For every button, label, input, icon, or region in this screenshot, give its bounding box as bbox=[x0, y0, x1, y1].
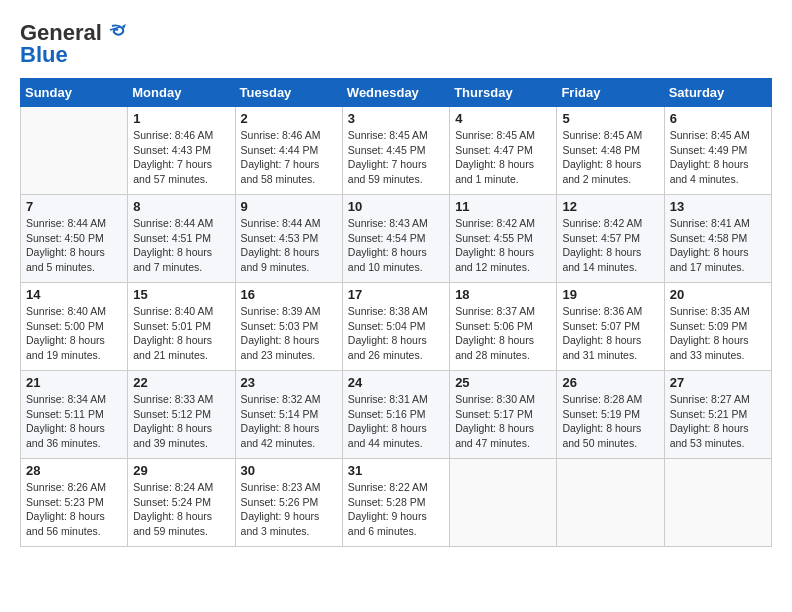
calendar-table: SundayMondayTuesdayWednesdayThursdayFrid… bbox=[20, 78, 772, 547]
day-number: 6 bbox=[670, 111, 766, 126]
calendar-cell bbox=[21, 107, 128, 195]
calendar-cell: 5Sunrise: 8:45 AM Sunset: 4:48 PM Daylig… bbox=[557, 107, 664, 195]
calendar-cell: 6Sunrise: 8:45 AM Sunset: 4:49 PM Daylig… bbox=[664, 107, 771, 195]
day-number: 8 bbox=[133, 199, 229, 214]
day-number: 26 bbox=[562, 375, 658, 390]
calendar-cell: 29Sunrise: 8:24 AM Sunset: 5:24 PM Dayli… bbox=[128, 459, 235, 547]
day-number: 20 bbox=[670, 287, 766, 302]
column-header-tuesday: Tuesday bbox=[235, 79, 342, 107]
week-row-4: 21Sunrise: 8:34 AM Sunset: 5:11 PM Dayli… bbox=[21, 371, 772, 459]
day-number: 1 bbox=[133, 111, 229, 126]
day-number: 7 bbox=[26, 199, 122, 214]
day-info: Sunrise: 8:37 AM Sunset: 5:06 PM Dayligh… bbox=[455, 304, 551, 363]
calendar-cell: 22Sunrise: 8:33 AM Sunset: 5:12 PM Dayli… bbox=[128, 371, 235, 459]
day-number: 2 bbox=[241, 111, 337, 126]
day-number: 21 bbox=[26, 375, 122, 390]
day-number: 13 bbox=[670, 199, 766, 214]
calendar-cell: 2Sunrise: 8:46 AM Sunset: 4:44 PM Daylig… bbox=[235, 107, 342, 195]
day-info: Sunrise: 8:42 AM Sunset: 4:57 PM Dayligh… bbox=[562, 216, 658, 275]
calendar-cell: 30Sunrise: 8:23 AM Sunset: 5:26 PM Dayli… bbox=[235, 459, 342, 547]
calendar-cell: 13Sunrise: 8:41 AM Sunset: 4:58 PM Dayli… bbox=[664, 195, 771, 283]
day-info: Sunrise: 8:34 AM Sunset: 5:11 PM Dayligh… bbox=[26, 392, 122, 451]
day-info: Sunrise: 8:28 AM Sunset: 5:19 PM Dayligh… bbox=[562, 392, 658, 451]
logo-blue-text: Blue bbox=[20, 42, 68, 68]
day-info: Sunrise: 8:36 AM Sunset: 5:07 PM Dayligh… bbox=[562, 304, 658, 363]
day-info: Sunrise: 8:33 AM Sunset: 5:12 PM Dayligh… bbox=[133, 392, 229, 451]
column-header-saturday: Saturday bbox=[664, 79, 771, 107]
day-info: Sunrise: 8:22 AM Sunset: 5:28 PM Dayligh… bbox=[348, 480, 444, 539]
calendar-header-row: SundayMondayTuesdayWednesdayThursdayFrid… bbox=[21, 79, 772, 107]
day-info: Sunrise: 8:39 AM Sunset: 5:03 PM Dayligh… bbox=[241, 304, 337, 363]
calendar-cell: 4Sunrise: 8:45 AM Sunset: 4:47 PM Daylig… bbox=[450, 107, 557, 195]
calendar-cell: 28Sunrise: 8:26 AM Sunset: 5:23 PM Dayli… bbox=[21, 459, 128, 547]
week-row-1: 1Sunrise: 8:46 AM Sunset: 4:43 PM Daylig… bbox=[21, 107, 772, 195]
day-number: 30 bbox=[241, 463, 337, 478]
day-number: 16 bbox=[241, 287, 337, 302]
day-info: Sunrise: 8:35 AM Sunset: 5:09 PM Dayligh… bbox=[670, 304, 766, 363]
day-info: Sunrise: 8:32 AM Sunset: 5:14 PM Dayligh… bbox=[241, 392, 337, 451]
calendar-cell bbox=[664, 459, 771, 547]
day-info: Sunrise: 8:42 AM Sunset: 4:55 PM Dayligh… bbox=[455, 216, 551, 275]
column-header-wednesday: Wednesday bbox=[342, 79, 449, 107]
calendar-cell: 16Sunrise: 8:39 AM Sunset: 5:03 PM Dayli… bbox=[235, 283, 342, 371]
calendar-cell: 24Sunrise: 8:31 AM Sunset: 5:16 PM Dayli… bbox=[342, 371, 449, 459]
logo: General Blue bbox=[20, 20, 126, 68]
day-info: Sunrise: 8:38 AM Sunset: 5:04 PM Dayligh… bbox=[348, 304, 444, 363]
calendar-cell: 7Sunrise: 8:44 AM Sunset: 4:50 PM Daylig… bbox=[21, 195, 128, 283]
day-number: 31 bbox=[348, 463, 444, 478]
day-number: 23 bbox=[241, 375, 337, 390]
calendar-cell: 9Sunrise: 8:44 AM Sunset: 4:53 PM Daylig… bbox=[235, 195, 342, 283]
day-number: 29 bbox=[133, 463, 229, 478]
column-header-monday: Monday bbox=[128, 79, 235, 107]
day-number: 12 bbox=[562, 199, 658, 214]
day-number: 9 bbox=[241, 199, 337, 214]
day-info: Sunrise: 8:44 AM Sunset: 4:50 PM Dayligh… bbox=[26, 216, 122, 275]
calendar-cell: 15Sunrise: 8:40 AM Sunset: 5:01 PM Dayli… bbox=[128, 283, 235, 371]
calendar-cell: 26Sunrise: 8:28 AM Sunset: 5:19 PM Dayli… bbox=[557, 371, 664, 459]
column-header-thursday: Thursday bbox=[450, 79, 557, 107]
day-info: Sunrise: 8:40 AM Sunset: 5:00 PM Dayligh… bbox=[26, 304, 122, 363]
day-info: Sunrise: 8:45 AM Sunset: 4:48 PM Dayligh… bbox=[562, 128, 658, 187]
day-info: Sunrise: 8:46 AM Sunset: 4:44 PM Dayligh… bbox=[241, 128, 337, 187]
day-number: 3 bbox=[348, 111, 444, 126]
day-number: 28 bbox=[26, 463, 122, 478]
calendar-cell: 8Sunrise: 8:44 AM Sunset: 4:51 PM Daylig… bbox=[128, 195, 235, 283]
calendar-cell: 17Sunrise: 8:38 AM Sunset: 5:04 PM Dayli… bbox=[342, 283, 449, 371]
week-row-3: 14Sunrise: 8:40 AM Sunset: 5:00 PM Dayli… bbox=[21, 283, 772, 371]
day-info: Sunrise: 8:44 AM Sunset: 4:51 PM Dayligh… bbox=[133, 216, 229, 275]
calendar-cell bbox=[450, 459, 557, 547]
day-number: 10 bbox=[348, 199, 444, 214]
day-info: Sunrise: 8:27 AM Sunset: 5:21 PM Dayligh… bbox=[670, 392, 766, 451]
day-number: 14 bbox=[26, 287, 122, 302]
day-info: Sunrise: 8:41 AM Sunset: 4:58 PM Dayligh… bbox=[670, 216, 766, 275]
day-number: 22 bbox=[133, 375, 229, 390]
day-info: Sunrise: 8:24 AM Sunset: 5:24 PM Dayligh… bbox=[133, 480, 229, 539]
day-info: Sunrise: 8:26 AM Sunset: 5:23 PM Dayligh… bbox=[26, 480, 122, 539]
day-info: Sunrise: 8:40 AM Sunset: 5:01 PM Dayligh… bbox=[133, 304, 229, 363]
column-header-sunday: Sunday bbox=[21, 79, 128, 107]
logo-bird-icon bbox=[104, 22, 126, 42]
day-info: Sunrise: 8:45 AM Sunset: 4:45 PM Dayligh… bbox=[348, 128, 444, 187]
column-header-friday: Friday bbox=[557, 79, 664, 107]
calendar-cell: 25Sunrise: 8:30 AM Sunset: 5:17 PM Dayli… bbox=[450, 371, 557, 459]
day-info: Sunrise: 8:45 AM Sunset: 4:49 PM Dayligh… bbox=[670, 128, 766, 187]
day-info: Sunrise: 8:31 AM Sunset: 5:16 PM Dayligh… bbox=[348, 392, 444, 451]
calendar-cell: 3Sunrise: 8:45 AM Sunset: 4:45 PM Daylig… bbox=[342, 107, 449, 195]
calendar-cell: 1Sunrise: 8:46 AM Sunset: 4:43 PM Daylig… bbox=[128, 107, 235, 195]
calendar-cell: 20Sunrise: 8:35 AM Sunset: 5:09 PM Dayli… bbox=[664, 283, 771, 371]
day-number: 5 bbox=[562, 111, 658, 126]
day-number: 19 bbox=[562, 287, 658, 302]
page-header: General Blue bbox=[20, 20, 772, 68]
day-number: 25 bbox=[455, 375, 551, 390]
calendar-cell: 23Sunrise: 8:32 AM Sunset: 5:14 PM Dayli… bbox=[235, 371, 342, 459]
day-number: 15 bbox=[133, 287, 229, 302]
day-info: Sunrise: 8:23 AM Sunset: 5:26 PM Dayligh… bbox=[241, 480, 337, 539]
calendar-cell: 31Sunrise: 8:22 AM Sunset: 5:28 PM Dayli… bbox=[342, 459, 449, 547]
day-number: 24 bbox=[348, 375, 444, 390]
calendar-cell: 12Sunrise: 8:42 AM Sunset: 4:57 PM Dayli… bbox=[557, 195, 664, 283]
day-info: Sunrise: 8:30 AM Sunset: 5:17 PM Dayligh… bbox=[455, 392, 551, 451]
calendar-cell: 19Sunrise: 8:36 AM Sunset: 5:07 PM Dayli… bbox=[557, 283, 664, 371]
day-number: 27 bbox=[670, 375, 766, 390]
calendar-cell: 27Sunrise: 8:27 AM Sunset: 5:21 PM Dayli… bbox=[664, 371, 771, 459]
day-number: 17 bbox=[348, 287, 444, 302]
